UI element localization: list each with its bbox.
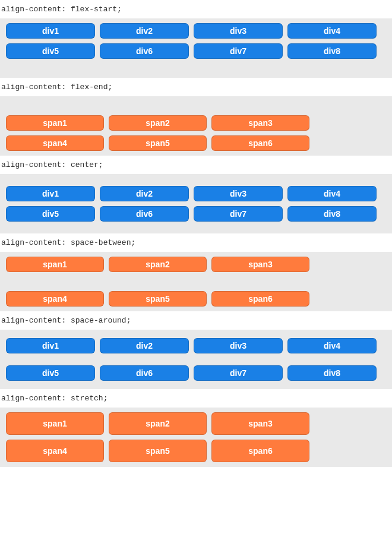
flex-item: span2 xyxy=(109,412,207,435)
code-label: align-content: flex-end; xyxy=(0,78,392,96)
flex-item: div4 xyxy=(287,23,377,39)
flex-item: div6 xyxy=(100,365,189,381)
flex-item: div5 xyxy=(6,43,95,59)
flex-item: div2 xyxy=(100,338,189,353)
flex-item: div2 xyxy=(100,186,189,201)
flex-item: div3 xyxy=(194,338,283,353)
flex-item: div3 xyxy=(194,186,283,201)
flex-item: span3 xyxy=(211,257,309,272)
flex-item: div8 xyxy=(287,206,377,222)
flex-item: div1 xyxy=(6,186,95,201)
flex-item: span4 xyxy=(6,291,104,307)
flex-item: span4 xyxy=(6,440,104,462)
code-label: align-content: center; xyxy=(0,156,392,174)
flex-item: span1 xyxy=(6,257,104,272)
flex-item: span2 xyxy=(109,115,207,131)
flex-item: span6 xyxy=(211,291,309,307)
flex-container-flex-end: span1 span2 span3 span4 span5 span6 xyxy=(0,96,392,156)
flex-item: div1 xyxy=(6,23,95,39)
flex-item: div2 xyxy=(100,23,189,39)
flex-item: div1 xyxy=(6,338,95,353)
flex-item: span6 xyxy=(211,135,309,151)
flex-container-flex-start: div1 div2 div3 div4 div5 div6 div7 div8 xyxy=(0,18,392,78)
flex-container-space-around: div1 div2 div3 div4 div5 div6 div7 div8 xyxy=(0,330,392,389)
flex-item: div8 xyxy=(287,43,377,59)
flex-item: span3 xyxy=(211,412,309,435)
flex-item: div3 xyxy=(194,23,283,39)
flex-container-space-between: span1 span2 span3 span4 span5 span6 xyxy=(0,252,392,311)
flex-item: div5 xyxy=(6,206,95,222)
flex-item: div5 xyxy=(6,365,95,381)
flex-container-center: div1 div2 div3 div4 div5 div6 div7 div8 xyxy=(0,174,392,233)
flex-item: span1 xyxy=(6,115,104,131)
flex-item: span3 xyxy=(211,115,309,131)
flex-item: span1 xyxy=(6,412,104,435)
flex-item: div4 xyxy=(287,338,377,353)
flex-item: div7 xyxy=(194,206,283,222)
flex-container-stretch: span1 span2 span3 span4 span5 span6 xyxy=(0,408,392,467)
flex-item: span6 xyxy=(211,440,309,462)
flex-item: div7 xyxy=(194,43,283,59)
code-label: align-content: stretch; xyxy=(0,389,392,408)
code-label: align-content: space-between; xyxy=(0,233,392,252)
flex-item: div8 xyxy=(287,365,377,381)
flex-item: div7 xyxy=(194,365,283,381)
flex-item: span4 xyxy=(6,135,104,151)
flex-item: span5 xyxy=(109,291,207,307)
flex-item: div6 xyxy=(100,43,189,59)
flex-item: div6 xyxy=(100,206,189,222)
flex-item: span5 xyxy=(109,135,207,151)
flex-item: div4 xyxy=(287,186,377,201)
code-label: align-content: space-around; xyxy=(0,311,392,330)
flex-item: span5 xyxy=(109,440,207,462)
flex-item: span2 xyxy=(109,257,207,272)
code-label: align-content: flex-start; xyxy=(0,0,392,18)
